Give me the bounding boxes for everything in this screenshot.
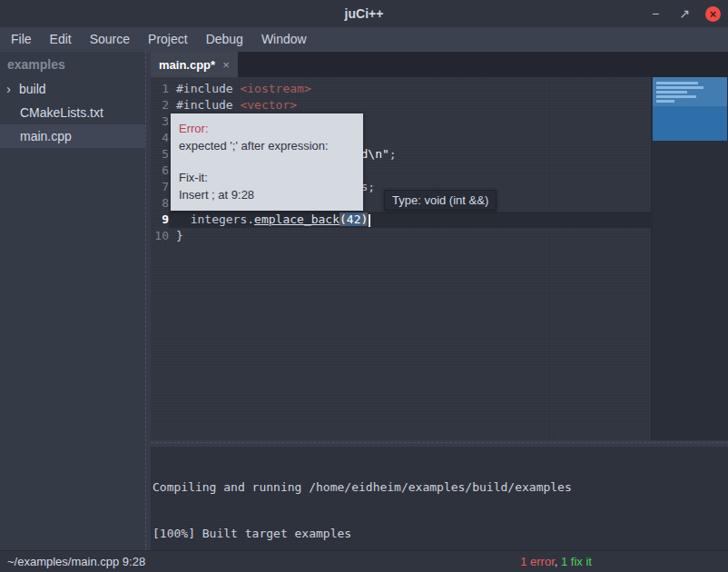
menu-edit[interactable]: Edit [41, 27, 81, 52]
code-text: integers. [176, 212, 254, 226]
error-title: Error: [179, 120, 355, 137]
sidebar-item-build[interactable]: › build [0, 77, 145, 101]
terminal-line: [100%] Built target examples [152, 526, 728, 541]
close-icon: × [710, 7, 717, 21]
restore-button[interactable]: ↗ [676, 5, 693, 22]
line-number: 2 [151, 97, 169, 113]
tab-bar: main.cpp* × [151, 52, 728, 77]
code-text: } [176, 229, 183, 242]
terminal-line: Compiling and running /home/eidheim/exam… [152, 479, 728, 495]
menu-bar: File Edit Source Project Debug Window [0, 27, 728, 52]
sidebar-item-label: build [19, 77, 46, 101]
file-tree-panel: examples › build CMakeLists.txt main.cpp [0, 52, 145, 551]
bracket-highlight: ) [361, 212, 369, 226]
code-editor[interactable]: 1 #include <iostream> 2 #include <vector… [151, 77, 728, 440]
code-text: <iostream> [240, 82, 310, 95]
tab-main-cpp[interactable]: main.cpp* × [151, 52, 238, 77]
line-number: 4 [151, 130, 169, 146]
project-name: examples [0, 52, 145, 77]
menu-project[interactable]: Project [139, 27, 197, 52]
sidebar-item-label: main.cpp [20, 124, 72, 148]
tooltip-spacer [179, 154, 355, 169]
tab-close-icon[interactable]: × [222, 58, 230, 72]
argument-value: 42 [347, 212, 361, 226]
menu-file[interactable]: File [2, 27, 41, 52]
tab-label: main.cpp* [159, 58, 215, 72]
close-button[interactable]: × [705, 6, 721, 22]
juci-window: juCi++ − ↗ × File Edit Source Project De… [0, 0, 728, 572]
bracket-highlight: ( [339, 212, 347, 226]
restore-icon: ↗ [679, 6, 690, 21]
code-text: ; [389, 147, 397, 161]
status-error-count: 1 error [520, 555, 555, 568]
menu-debug[interactable]: Debug [197, 27, 252, 52]
line-number: 10 [151, 228, 169, 244]
error-message: expected ';' after expression: [179, 137, 355, 154]
line-number: 9 [151, 212, 169, 228]
current-code-line[interactable]: 9 integers.emplace_back(42) [151, 212, 652, 228]
text-cursor [369, 214, 370, 227]
line-number: 3 [151, 113, 169, 130]
line-number: 5 [151, 146, 169, 163]
title-bar[interactable]: juCi++ − ↗ × [0, 0, 728, 28]
fixit-text: Insert ; at 9:28 [179, 186, 355, 203]
sidebar-item-cmakelists[interactable]: CMakeLists.txt [0, 101, 145, 124]
error-tooltip: Error: expected ';' after expression: Fi… [171, 113, 363, 211]
line-number: 7 [151, 179, 169, 195]
overview-column [651, 77, 728, 440]
window-title: juCi++ [0, 0, 728, 27]
status-file-position: ~/examples/main.cpp 9:28 [7, 555, 145, 568]
minimap-viewport [653, 77, 727, 106]
code-text: #include [176, 82, 240, 95]
code-text: #include [176, 98, 240, 112]
minimize-button[interactable]: − [647, 5, 664, 22]
status-separator: , [555, 555, 561, 568]
chevron-right-icon[interactable]: › [6, 77, 19, 101]
menu-window[interactable]: Window [252, 27, 316, 52]
method-name: emplace_back [254, 212, 339, 226]
line-number: 1 [151, 81, 169, 97]
output-terminal[interactable]: Compiling and running /home/eidheim/exam… [151, 447, 728, 551]
menu-source[interactable]: Source [81, 27, 139, 52]
sidebar-item-label: CMakeLists.txt [20, 101, 103, 124]
code-text: <vector> [240, 98, 297, 112]
type-tooltip: Type: void (int &&) [384, 190, 497, 211]
status-bar: ~/examples/main.cpp 9:28 1 error, 1 fix … [0, 550, 728, 572]
code-line[interactable]: 10 } [151, 228, 652, 244]
sidebar-item-maincpp[interactable]: main.cpp [0, 124, 145, 148]
status-fixit-count: 1 fix it [561, 555, 592, 568]
status-diagnostics: 1 error, 1 fix it [520, 555, 721, 568]
minimap[interactable] [653, 77, 727, 141]
window-controls: − ↗ × [647, 0, 721, 27]
fixit-title: Fix-it: [179, 169, 355, 186]
minimize-icon: − [652, 6, 659, 21]
code-line[interactable]: 2 #include <vector> [151, 97, 652, 113]
code-line[interactable]: 1 #include <iostream> [151, 81, 652, 97]
line-number: 8 [151, 195, 169, 212]
line-number: 6 [151, 163, 169, 179]
